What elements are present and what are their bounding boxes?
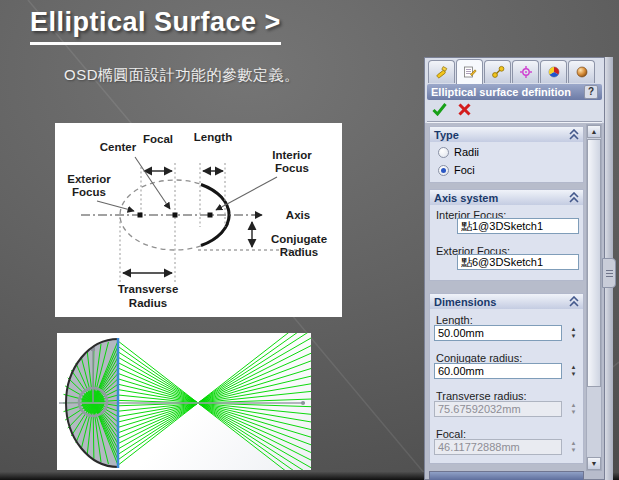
diagram-label-exterior-focus: Exterior	[67, 173, 111, 185]
ray-trace-image	[57, 333, 311, 470]
dimensions-section: Dimensions Length: ▲▼ Conjugate radius: …	[429, 293, 584, 464]
diagram-label-center: Center	[100, 141, 137, 153]
transverse-radius-input	[434, 401, 562, 417]
radio-radii-label: Radii	[454, 146, 479, 158]
length-spinner[interactable]: ▲▼	[568, 325, 579, 341]
panel-scroll-area: Type Radii Foci	[425, 123, 604, 479]
panel-tab-bar	[425, 58, 604, 83]
conjugate-radius-input[interactable]	[434, 363, 562, 379]
red-x-icon	[460, 104, 470, 114]
panel-title: Elliptical surface definition	[431, 86, 571, 98]
surface-definition-icon	[463, 65, 477, 79]
svg-text:Focus: Focus	[275, 162, 309, 174]
focal-input	[434, 439, 562, 455]
panel-title-bar: Elliptical surface definition ?	[427, 84, 602, 100]
cancel-button[interactable]	[458, 103, 471, 116]
collapse-dimensions-button[interactable]	[569, 296, 579, 307]
axis-system-section: Axis system Interior Focus: Exterior Foc…	[429, 189, 584, 281]
tab-surface-definition[interactable]	[456, 59, 483, 84]
svg-text:Focus: Focus	[72, 186, 106, 198]
interior-focus-input[interactable]	[457, 218, 579, 234]
svg-text:Radius: Radius	[129, 297, 167, 309]
svg-text:Radius: Radius	[280, 246, 318, 258]
length-input[interactable]	[434, 325, 562, 341]
page-title: Elliptical Surface >	[30, 7, 281, 45]
diagram-label-interior-focus: Interior	[272, 149, 312, 161]
focal-spinner: ▲▼	[568, 439, 579, 455]
render-ball-icon	[547, 65, 561, 79]
scroll-up-button[interactable]: ▲	[587, 125, 601, 138]
exterior-focus-input[interactable]	[457, 254, 579, 270]
radio-radii[interactable]	[438, 147, 449, 158]
radio-foci-label: Foci	[454, 164, 475, 176]
tab-crosshair[interactable]	[512, 60, 539, 83]
radio-foci[interactable]	[438, 165, 449, 176]
crosshair-icon	[519, 65, 533, 79]
ok-button[interactable]	[432, 102, 447, 116]
panel-splitter-handle[interactable]	[602, 258, 616, 288]
collapse-axis-button[interactable]	[569, 192, 579, 203]
key-links-icon	[491, 65, 505, 79]
diagram-label-length: Length	[194, 131, 232, 143]
panel-scrollbar[interactable]: ▲ ▼	[586, 124, 602, 471]
tab-wrench-tools[interactable]	[428, 60, 455, 83]
help-button[interactable]: ?	[584, 85, 598, 99]
construction-lines	[120, 163, 225, 283]
material-sphere-icon	[575, 65, 589, 79]
scroll-thumb[interactable]	[587, 139, 601, 387]
diagram-label-conjugate-radius: Conjugate	[271, 233, 327, 245]
slide-subtitle: OSD橢圓面設計功能的參數定義。	[64, 66, 300, 85]
parameter-diagram: Center Focal Length Interior Focus Exter…	[55, 123, 342, 317]
slide: Elliptical Surface > OSD橢圓面設計功能的參數定義。	[0, 0, 619, 480]
dimensions-section-header: Dimensions	[434, 296, 496, 308]
next-section-partial-header	[429, 471, 584, 480]
wrench-tools-icon	[435, 65, 449, 79]
conjugate-radius-spinner[interactable]: ▲▼	[568, 363, 579, 379]
type-section: Type Radii Foci	[429, 126, 584, 183]
transverse-radius-spinner: ▲▼	[568, 401, 579, 417]
axis-system-section-header: Axis system	[434, 192, 498, 204]
diagram-label-axis: Axis	[286, 209, 310, 221]
tab-key-links[interactable]	[484, 60, 511, 83]
diagram-label-transverse-radius: Transverse	[118, 283, 179, 295]
diagram-label-focal: Focal	[143, 133, 173, 145]
tab-material-sphere[interactable]	[568, 60, 595, 83]
tab-render-ball[interactable]	[540, 60, 567, 83]
type-section-header: Type	[434, 129, 459, 141]
property-panel: Elliptical surface definition ? Type	[424, 57, 605, 480]
scroll-down-button[interactable]: ▼	[587, 457, 601, 470]
collapse-type-button[interactable]	[569, 129, 579, 140]
green-check-icon	[434, 104, 446, 114]
